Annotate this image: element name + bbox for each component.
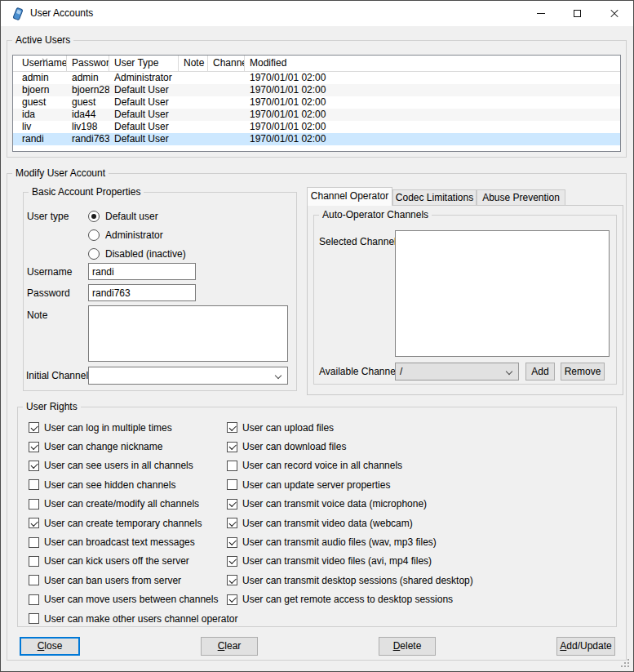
checkbox-label: User can update server properties [242,479,390,491]
user-right-checkbox[interactable]: User can log in multiple times [29,418,223,437]
radio-icon [88,211,100,222]
close-button[interactable]: Close [20,637,80,656]
checkbox-icon [227,422,237,433]
checkbox-icon [227,537,237,548]
minimize-button[interactable] [522,2,559,25]
table-cell: admin [67,72,109,84]
maximize-button[interactable] [559,2,596,25]
user-right-checkbox[interactable]: User can see hidden channels [29,475,223,494]
column-header-password[interactable]: Password [67,56,109,72]
user-right-checkbox[interactable]: User can update server properties [227,475,504,494]
table-cell [179,133,208,145]
user-right-checkbox[interactable]: User can transmit audio files (wav, mp3 … [227,532,504,551]
user-right-checkbox[interactable]: User can change nickname [29,437,223,456]
user-right-checkbox[interactable]: User can see users in all channels [29,456,223,475]
table-cell: 1970/01/01 02:00 [245,96,620,109]
table-row[interactable]: livliv198Default User1970/01/01 02:00 [13,121,620,133]
radio-icon [88,229,100,241]
checkbox-icon [29,613,39,624]
username-field[interactable] [88,263,196,280]
user-right-checkbox[interactable]: User can create temporary channels [29,514,223,532]
add-update-button[interactable]: Add/Update [556,637,615,656]
note-field[interactable] [88,305,288,362]
initial-channel-combobox[interactable] [88,367,288,385]
checkbox-label: User can transmit desktop sessions (shar… [242,575,473,586]
tab-abuse-prevention[interactable]: Abuse Prevention [477,189,565,205]
maximize-icon [574,10,581,17]
checkbox-label: User can get remote access to desktop se… [242,594,453,605]
table-cell: guest [67,96,109,109]
checkbox-icon [227,479,237,490]
table-cell: ida44 [67,109,109,121]
user-type-radio[interactable]: Administrator [88,225,186,244]
user-right-checkbox[interactable]: User can get remote access to desktop se… [227,590,504,609]
clear-button[interactable]: Clear [201,637,258,656]
user-right-checkbox[interactable]: User can ban users from server [29,571,223,590]
table-cell: Default User [109,109,179,121]
table-cell [208,84,245,96]
user-right-checkbox[interactable]: User can transmit voice data (microphone… [227,495,504,514]
remove-button[interactable]: Remove [561,363,605,381]
checkbox-label: User can broadcast text messages [44,536,195,548]
table-cell: bjoern [13,84,67,96]
column-header-user-type[interactable]: User Type [109,56,179,72]
delete-button[interactable]: Delete [379,637,436,656]
close-window-button[interactable] [596,2,632,25]
column-header-note[interactable]: Note [179,56,208,72]
user-right-checkbox[interactable]: User can transmit video files (avi, mp4 … [227,552,504,571]
resize-grip[interactable] [621,659,630,668]
user-right-checkbox[interactable]: User can move users between channels [29,590,223,609]
user-right-checkbox[interactable]: User can record voice in all channels [227,456,504,475]
table-row[interactable]: idaida44Default User1970/01/01 02:00 [13,109,620,121]
password-label: Password [27,287,70,300]
table-body: adminadminAdministrator1970/01/01 02:00b… [13,72,620,145]
table-cell: liv198 [67,121,109,133]
modify-user-account-label: Modify User Account [12,167,109,180]
table-cell: 1970/01/01 02:00 [245,133,620,145]
user-right-checkbox[interactable]: User can upload files [227,418,504,437]
tab-channel-operator[interactable]: Channel Operator [307,187,392,206]
add-button[interactable]: Add [525,363,555,381]
column-header-channel[interactable]: Channel [208,56,245,72]
chevron-down-icon [275,372,282,379]
table-cell: 1970/01/01 02:00 [245,109,620,121]
table-cell [179,121,208,133]
checkbox-icon [29,461,39,471]
user-right-checkbox[interactable]: User can create/modify all channels [29,495,223,514]
table-cell [179,84,208,96]
table-row[interactable]: randirandi763Default User1970/01/01 02:0… [13,133,620,145]
table-cell [208,133,245,145]
user-right-checkbox[interactable]: User can kick users off the server [29,552,223,571]
table-row[interactable]: guestguestDefault User1970/01/01 02:00 [13,96,620,109]
user-right-checkbox[interactable]: User can make other users channel operat… [29,609,223,628]
table-row[interactable]: bjoernbjoern286Default User1970/01/01 02… [13,84,620,96]
user-right-checkbox[interactable]: User can transmit video data (webcam) [227,514,504,532]
column-header-modified[interactable]: Modified [245,56,620,72]
user-right-checkbox[interactable]: User can broadcast text messages [29,532,223,551]
checkbox-label: User can transmit audio files (wav, mp3 … [242,536,437,548]
user-type-radio[interactable]: Default user [88,207,186,225]
user-rights-left-column: User can log in multiple timesUser can c… [29,418,223,628]
user-type-radio[interactable]: Disabled (inactive) [88,244,186,263]
column-header-username[interactable]: Username [13,56,67,72]
radio-label: Administrator [105,229,163,241]
tab-codec-limitations[interactable]: Codec Limitations [392,189,477,205]
table-cell [179,96,208,109]
selected-channels-listbox[interactable] [395,230,610,357]
available-channels-combobox[interactable]: / [395,363,519,381]
checkbox-icon [227,442,237,452]
table-row[interactable]: adminadminAdministrator1970/01/01 02:00 [13,72,620,84]
table-cell: bjoern286 [67,84,109,96]
table-cell [179,109,208,121]
table-cell: Default User [109,121,179,133]
table-cell [179,72,208,84]
active-users-table[interactable]: UsernamePasswordUser TypeNoteChannelModi… [12,55,621,152]
user-right-checkbox[interactable]: User can transmit desktop sessions (shar… [227,571,504,590]
password-field[interactable] [88,284,196,301]
checkbox-label: User can record voice in all channels [242,460,402,471]
titlebar: User Accounts [1,1,633,26]
minimize-icon [537,13,545,14]
user-right-checkbox[interactable]: User can download files [227,437,504,456]
sort-indicator [42,56,48,62]
table-cell: randi [13,133,67,145]
